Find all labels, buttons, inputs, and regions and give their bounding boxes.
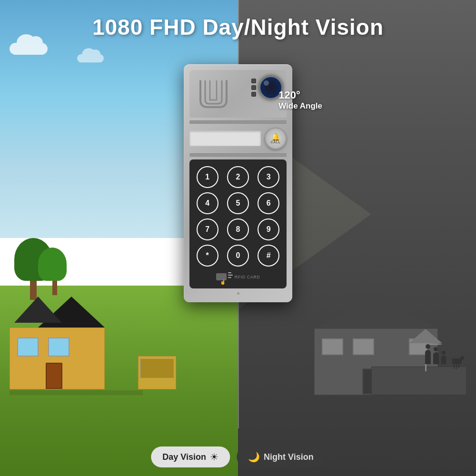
intercom-device: 120° Wide Angle 🔔 CALL 1 2 3 4 5 6 (184, 64, 292, 302)
day-vision-label: Day Vision (162, 452, 206, 462)
key-6[interactable]: 6 (258, 192, 279, 214)
keypad-grid: 1 2 3 4 5 6 7 8 9 * 0 # (194, 166, 282, 267)
key-3[interactable]: 3 (258, 166, 279, 188)
night-vision-label: Night Vision (264, 452, 314, 462)
intercom-device-wrapper: 120° Wide Angle 🔔 CALL 1 2 3 4 5 6 (184, 64, 292, 302)
device-top-panel: 120° Wide Angle (189, 70, 287, 118)
house-night (314, 328, 466, 395)
rfid-icon: ☝ (216, 271, 233, 283)
day-vision-badge: Day Vision ☀ (151, 446, 230, 467)
key-2[interactable]: 2 (227, 166, 249, 188)
key-7[interactable]: 7 (197, 218, 218, 240)
house-day (10, 327, 152, 395)
moon-icon: 🌙 (248, 451, 260, 463)
nameplate (189, 131, 261, 146)
key-star[interactable]: * (197, 245, 218, 267)
vision-badges: Day Vision ☀ 🌙 Night Vision (151, 446, 325, 467)
cloud-1 (10, 43, 48, 55)
nameplate-row: 🔔 CALL (189, 128, 287, 149)
wide-angle-text: Wide Angle (278, 101, 322, 111)
night-vision-badge: 🌙 Night Vision (237, 446, 325, 467)
device-divider-2 (189, 153, 287, 157)
wide-angle-annotation: 120° Wide Angle (278, 89, 322, 111)
call-label: CALL (271, 140, 281, 144)
bell-icon: 🔔 (271, 133, 280, 140)
people-silhouettes (425, 350, 462, 364)
key-8[interactable]: 8 (227, 218, 249, 240)
ir-led-2 (251, 85, 256, 90)
key-hash[interactable]: # (258, 245, 279, 267)
page-title: 1080 FHD Day/Night Vision (0, 14, 476, 40)
keypad-section: 1 2 3 4 5 6 7 8 9 * 0 # (189, 159, 287, 288)
ir-led-3 (251, 92, 256, 97)
ir-led-1 (251, 79, 256, 83)
key-0[interactable]: 0 (227, 245, 249, 267)
key-5[interactable]: 5 (227, 192, 249, 214)
sun-icon: ☀ (210, 451, 218, 463)
speaker-grille (193, 74, 234, 112)
key-4[interactable]: 4 (197, 192, 218, 214)
wide-angle-degrees: 120° (278, 89, 322, 101)
key-1[interactable]: 1 (197, 166, 218, 188)
ir-leds (251, 79, 256, 97)
key-9[interactable]: 9 (258, 218, 279, 240)
mic-dot (237, 292, 239, 295)
cloud-2 (77, 54, 104, 63)
call-button[interactable]: 🔔 CALL (265, 128, 287, 149)
tree-right (43, 248, 67, 295)
rfid-section: ☝ RFID CARD (194, 271, 282, 283)
rfid-label: RFID CARD (235, 275, 260, 279)
device-divider-1 (189, 120, 287, 124)
